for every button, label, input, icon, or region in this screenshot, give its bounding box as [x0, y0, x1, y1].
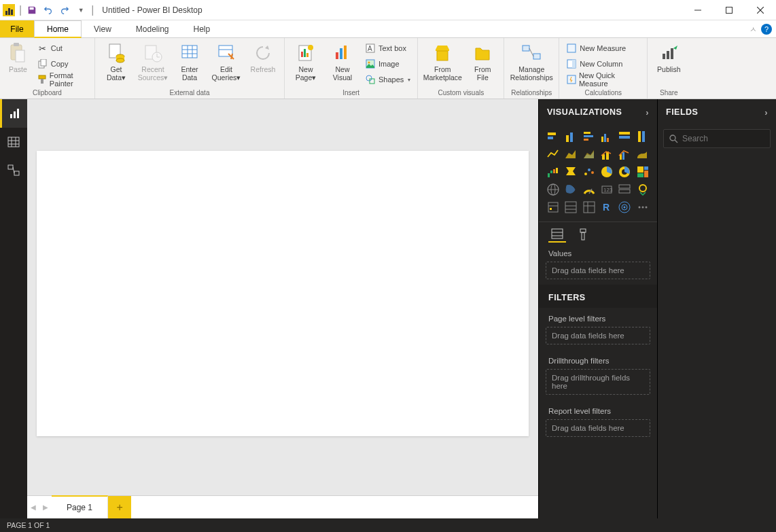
redo-icon[interactable]: [57, 3, 72, 18]
visualizations-pane: VISUALIZATIONS › 123R Values Drag data f…: [538, 99, 657, 518]
new-measure-button[interactable]: New Measure: [563, 41, 643, 56]
svg-point-37: [366, 75, 372, 81]
page-prev-button[interactable]: ◀: [27, 496, 39, 518]
line-clustered-column-icon[interactable]: [617, 147, 632, 162]
stacked-area-icon[interactable]: [582, 147, 597, 162]
page-next-button[interactable]: ▶: [39, 496, 52, 518]
new-quick-measure-button[interactable]: New Quick Measure: [563, 72, 643, 87]
fields-search-input[interactable]: [682, 134, 776, 143]
fields-tab-icon[interactable]: [548, 226, 566, 243]
treemap-icon[interactable]: [635, 164, 650, 179]
shapes-button[interactable]: Shapes▾: [362, 72, 413, 87]
tab-home[interactable]: Home: [34, 20, 82, 38]
tab-view[interactable]: View: [82, 20, 124, 37]
image-button[interactable]: Image: [362, 56, 413, 71]
slicer-icon[interactable]: [546, 200, 561, 215]
page-filters-dropzone[interactable]: Drag data fields here: [546, 327, 650, 344]
from-marketplace-button[interactable]: FromMarketplace: [422, 41, 463, 83]
donut-icon[interactable]: [617, 164, 632, 179]
matrix-icon[interactable]: [582, 200, 597, 215]
close-button[interactable]: [745, 0, 776, 20]
card-icon[interactable]: 123: [599, 182, 614, 197]
cut-button[interactable]: ✂Cut: [35, 41, 90, 56]
manage-relationships-button[interactable]: ManageRelationships: [508, 41, 554, 83]
ribbon-icon[interactable]: [635, 147, 650, 162]
drillthrough-dropzone[interactable]: Drag drillthrough fields here: [546, 369, 650, 395]
svg-rect-53: [8, 137, 19, 147]
new-visual-button[interactable]: NewVisual: [325, 41, 359, 83]
maximize-button[interactable]: [713, 0, 745, 20]
shapes-icon: [365, 74, 376, 85]
multi-row-card-icon[interactable]: [617, 182, 632, 197]
save-icon[interactable]: [24, 3, 39, 18]
minimize-button[interactable]: [682, 0, 713, 20]
add-page-button[interactable]: +: [108, 496, 131, 518]
svg-rect-99: [619, 185, 630, 188]
visualizations-header[interactable]: VISUALIZATIONS ›: [539, 99, 657, 125]
gauge-icon[interactable]: [582, 182, 597, 197]
kpi-icon[interactable]: [635, 182, 650, 197]
format-painter-button[interactable]: Format Painter: [35, 72, 90, 87]
new-column-button[interactable]: New Column: [563, 56, 643, 71]
svg-rect-40: [523, 46, 529, 51]
data-view-button[interactable]: [0, 128, 27, 156]
line-stacked-column-icon[interactable]: [599, 147, 614, 162]
table-icon[interactable]: [563, 200, 578, 215]
report-view-button[interactable]: [0, 99, 27, 128]
undo-icon[interactable]: [41, 3, 56, 18]
100-stacked-column-icon[interactable]: [635, 129, 650, 144]
help-icon[interactable]: ?: [761, 24, 772, 35]
map-icon[interactable]: [546, 182, 561, 197]
publish-button[interactable]: Publish: [652, 41, 686, 75]
clustered-bar-icon[interactable]: [582, 129, 597, 144]
page-tab-1[interactable]: Page 1: [52, 495, 108, 518]
scatter-icon[interactable]: [582, 164, 597, 179]
edit-queries-button[interactable]: EditQueries▾: [209, 41, 243, 83]
report-filters-dropzone[interactable]: Drag data fields here: [546, 419, 650, 437]
paste-button[interactable]: Paste: [4, 41, 32, 75]
new-page-button[interactable]: NewPage▾: [289, 41, 323, 83]
filled-map-icon[interactable]: [563, 182, 578, 197]
pie-icon[interactable]: [599, 164, 614, 179]
area-icon[interactable]: [563, 147, 578, 162]
svg-rect-46: [567, 75, 576, 84]
enter-data-button[interactable]: EnterData: [173, 41, 207, 83]
canvas-scroll[interactable]: [27, 99, 538, 495]
clustered-column-icon[interactable]: [599, 129, 614, 144]
format-tab-icon[interactable]: [574, 226, 592, 243]
collapse-ribbon-icon[interactable]: ㅅ: [749, 24, 757, 35]
tab-help[interactable]: Help: [181, 20, 223, 37]
tab-modeling[interactable]: Modeling: [124, 20, 181, 37]
from-file-button[interactable]: FromFile: [465, 41, 499, 83]
svg-point-36: [368, 62, 370, 64]
stacked-bar-icon[interactable]: [546, 129, 561, 144]
publish-label: Publish: [657, 65, 680, 73]
report-canvas[interactable]: [37, 151, 529, 436]
svg-rect-49: [671, 48, 673, 59]
qat-customize-icon[interactable]: ▼: [73, 3, 88, 18]
refresh-button[interactable]: Refresh: [246, 41, 280, 75]
group-calculations: New Measure New Column New Quick Measure…: [559, 38, 648, 99]
r-visual-icon[interactable]: R: [599, 200, 614, 215]
waterfall-icon[interactable]: [546, 164, 561, 179]
fields-search[interactable]: [663, 129, 771, 148]
svg-rect-118: [552, 229, 563, 238]
report-filters-label: Report level filters: [539, 400, 657, 419]
fields-header[interactable]: FIELDS ›: [658, 99, 776, 125]
text-box-icon: A: [365, 43, 376, 54]
svg-rect-90: [644, 166, 648, 170]
line-icon[interactable]: [546, 147, 561, 162]
recent-sources-button[interactable]: RecentSources▾: [136, 41, 170, 83]
file-tab[interactable]: File: [0, 20, 34, 37]
values-dropzone[interactable]: Drag data fields here: [546, 262, 650, 279]
model-view-button[interactable]: [0, 156, 27, 185]
get-data-button[interactable]: GetData▾: [99, 41, 133, 83]
copy-button[interactable]: Copy: [35, 56, 90, 71]
funnel-icon[interactable]: [563, 164, 578, 179]
column-icon: [566, 58, 577, 69]
text-box-button[interactable]: AText box: [362, 41, 413, 56]
stacked-column-icon[interactable]: [563, 129, 578, 144]
arcgis-icon[interactable]: [617, 200, 632, 215]
import-custom-icon[interactable]: [635, 200, 650, 215]
100-stacked-bar-icon[interactable]: [617, 129, 632, 144]
